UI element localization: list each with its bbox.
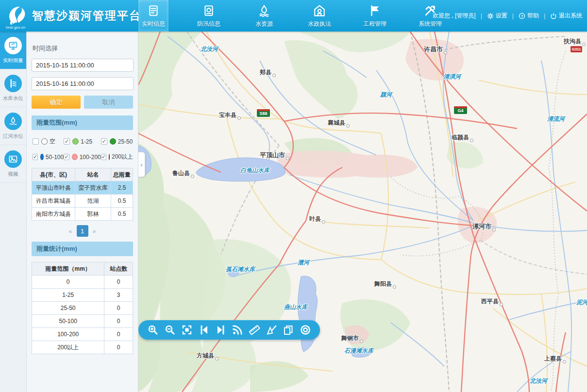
- power-icon: [550, 13, 557, 19]
- legend-color-dot: [110, 138, 116, 145]
- nav-tab-label: 实时信息: [142, 20, 165, 28]
- nav-tab-water-resource[interactable]: 水资源: [249, 0, 279, 32]
- checkbox[interactable]: [64, 154, 69, 160]
- sidebar-item-label: 江河水位: [3, 132, 23, 139]
- sidebar-item-realtime-rain[interactable]: 实时雨量: [0, 32, 26, 69]
- map-place-label: 襄城县: [328, 119, 350, 128]
- project-mgmt-icon: [369, 3, 381, 18]
- side-panel: 时间选择 确定 取消 雨量范围(mm) 空 1-25 25-50 5: [27, 32, 138, 392]
- previous-view-button[interactable]: [197, 323, 211, 337]
- nav-tab-flood-info[interactable]: 防汛信息: [194, 0, 224, 32]
- reservoir-level-icon: [4, 75, 22, 92]
- measure-icon: [249, 324, 260, 336]
- rain-range-option[interactable]: 100-200: [64, 153, 101, 161]
- full-extent-icon: [181, 324, 193, 336]
- column-header: 雨量范围（mm）: [32, 262, 104, 276]
- rain-range-option[interactable]: 25-50: [101, 137, 133, 146]
- table-cell: 200以上: [32, 341, 104, 354]
- panel-collapse-toggle[interactable]: ‹: [138, 152, 145, 177]
- table-cell: 蛮子营水库: [75, 181, 111, 195]
- station-table-header-row: 县(市、区)站名总雨量: [32, 168, 133, 181]
- map-water-label: 澧河: [298, 259, 309, 267]
- legend-color-dot: [72, 154, 78, 160]
- cancel-button[interactable]: 取消: [84, 96, 133, 109]
- map-place-label: 平顶山市: [260, 151, 289, 160]
- map-place-label: 舞钢市: [341, 334, 363, 343]
- nav-tab-project-mgmt[interactable]: 工程管理: [360, 0, 390, 32]
- confirm-button[interactable]: 确定: [32, 96, 81, 109]
- rain-range-option[interactable]: 200以上: [101, 153, 133, 161]
- legend-color-dot: [72, 138, 79, 145]
- sidebar-item-label: 视频: [8, 170, 18, 177]
- realtime-info-icon: [147, 3, 160, 18]
- checkbox[interactable]: [64, 138, 70, 145]
- table-cell: 郭林: [75, 208, 111, 221]
- zoom-out-button[interactable]: [163, 323, 177, 337]
- checkbox[interactable]: [101, 154, 106, 160]
- stats-table-header-row: 雨量范围（mm）站点数: [32, 262, 133, 276]
- table-row: 00: [32, 276, 133, 289]
- sidebar-item-reservoir-level[interactable]: 水库水位: [0, 69, 26, 107]
- layers-button[interactable]: [282, 323, 295, 337]
- checkbox[interactable]: [101, 138, 107, 145]
- river-level-icon: [4, 113, 22, 130]
- table-cell: 1-25: [32, 289, 104, 302]
- rain-range-option[interactable]: 1-25: [64, 137, 101, 146]
- sidebar-item-river-level[interactable]: 江河水位: [0, 107, 26, 145]
- nav-tab-water-law[interactable]: 水政执法: [304, 0, 335, 32]
- user-area: 欢迎您 , [管理员] | 设置 | ? 帮助 | 退出系统: [433, 0, 582, 32]
- header-nav: 实时信息 防汛信息 水资源 水政执法 工程管理 系统管理: [138, 0, 470, 32]
- measure-button[interactable]: [248, 323, 261, 337]
- table-cell: 0: [104, 302, 133, 315]
- settings-button[interactable]: 设置: [487, 12, 507, 20]
- map-place-label: 漯河市: [472, 222, 496, 231]
- help-button[interactable]: ? 帮助: [519, 12, 539, 20]
- checkbox[interactable]: [33, 154, 38, 160]
- nav-tab-realtime-info[interactable]: 实时信息: [138, 0, 168, 32]
- map-place-label: 鲁山县: [172, 169, 194, 178]
- zoom-in-icon: [147, 324, 159, 336]
- map-place-label: 临颍县: [452, 133, 473, 142]
- map-water-label: 北汝河: [201, 45, 218, 53]
- map-toolbar: [138, 320, 320, 340]
- full-extent-button[interactable]: [180, 323, 194, 337]
- rain-range-option[interactable]: 空: [33, 137, 64, 146]
- prev-page-button[interactable]: «: [67, 228, 73, 235]
- road-shield-G311: G311: [570, 46, 582, 52]
- next-view-icon: [215, 324, 227, 336]
- rain-stats-header: 雨量统计(mm): [32, 242, 133, 256]
- end-datetime-input[interactable]: [32, 77, 134, 90]
- rain-range-options: 空 1-25 25-50 50-100 100-200: [33, 137, 133, 161]
- zoom-in-button[interactable]: [146, 323, 160, 337]
- sidebar-item-video[interactable]: 视频: [0, 145, 26, 183]
- draw-button[interactable]: [265, 323, 278, 337]
- broadcast-button[interactable]: [231, 323, 244, 337]
- map-place-label: 西平县: [481, 297, 503, 306]
- map-water-label: 北汝河: [530, 377, 547, 385]
- table-row[interactable]: 许昌市襄城县范湖0.5: [32, 195, 133, 208]
- rain-range-option[interactable]: 50-100: [33, 153, 64, 161]
- legend-color-dot: [40, 154, 44, 160]
- table-cell: 50-100: [32, 315, 104, 328]
- page-number-button[interactable]: 1: [77, 225, 88, 237]
- road-shield-S88: S88: [257, 109, 270, 117]
- checkbox[interactable]: [33, 138, 39, 145]
- table-row[interactable]: 平顶山市叶县蛮子营水库2.5: [32, 181, 133, 195]
- map-place-label: 舞阳县: [374, 280, 396, 289]
- circle-select-button[interactable]: [299, 323, 312, 337]
- table-row[interactable]: 南阳市方城县郭林0.5: [32, 208, 133, 221]
- legend-color-dot: [109, 154, 110, 160]
- map-water-label: 泥河: [576, 298, 587, 307]
- next-page-button[interactable]: »: [91, 228, 98, 235]
- stats-table-body: 001-25325-50050-1000100-2000200以上0: [32, 276, 133, 354]
- logout-button[interactable]: 退出系统: [550, 12, 582, 20]
- video-icon: [4, 150, 22, 168]
- table-row: 200以上0: [32, 341, 133, 354]
- start-datetime-input[interactable]: [32, 59, 134, 72]
- map-water-label: 石漫滩水库: [344, 347, 373, 355]
- table-cell: 0: [104, 315, 133, 328]
- column-header: 总雨量: [111, 168, 133, 181]
- nav-tab-label: 水政执法: [308, 20, 331, 28]
- map-water-label: 清潩河: [443, 73, 461, 81]
- next-view-button[interactable]: [214, 323, 228, 337]
